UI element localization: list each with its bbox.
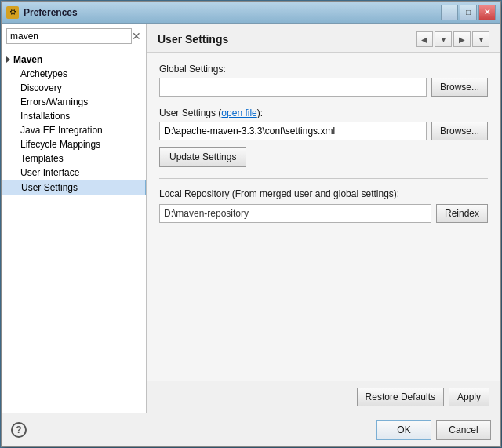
- tree-item-errors-warnings[interactable]: Errors/Warnings: [2, 95, 146, 109]
- global-settings-row: Browse...: [159, 78, 488, 97]
- panel-title: User Settings: [158, 33, 228, 46]
- window-title: Preferences: [24, 7, 441, 18]
- search-clear-button[interactable]: ✕: [132, 29, 141, 43]
- global-settings-input[interactable]: [159, 78, 427, 97]
- apply-button[interactable]: Apply: [449, 388, 489, 406]
- nav-back-button[interactable]: ◀: [416, 31, 433, 47]
- main-content: ✕ Maven Archetypes Discovery Errors/Warn…: [2, 24, 500, 413]
- search-bar: ✕: [2, 24, 146, 49]
- restore-defaults-button[interactable]: Restore Defaults: [357, 388, 444, 406]
- right-body: Global Settings: Browse... User Settings…: [147, 53, 500, 381]
- right-header: User Settings ◀ ▾ ▶ ▾: [147, 24, 500, 53]
- maximize-button[interactable]: □: [460, 5, 477, 20]
- preferences-window: ⚙ Preferences – □ ✕ ✕ Maven Archetypes: [1, 1, 501, 447]
- global-settings-label: Global Settings:: [159, 64, 488, 75]
- left-panel: ✕ Maven Archetypes Discovery Errors/Warn…: [2, 24, 147, 413]
- nav-buttons: ◀ ▾ ▶ ▾: [416, 31, 489, 47]
- bottom-actions: Restore Defaults Apply: [147, 381, 500, 413]
- tree-area: Maven Archetypes Discovery Errors/Warnin…: [2, 49, 146, 413]
- separator: [159, 178, 488, 179]
- minimize-button[interactable]: –: [441, 5, 458, 20]
- local-repo-group: Local Repository (From merged user and g…: [159, 188, 488, 223]
- window-controls: – □ ✕: [441, 5, 496, 20]
- nav-dropdown-button[interactable]: ▾: [435, 31, 452, 47]
- footer-buttons: OK Cancel: [376, 420, 491, 440]
- nav-forward-dropdown-button[interactable]: ▾: [472, 31, 489, 47]
- ok-button[interactable]: OK: [376, 420, 431, 440]
- user-settings-input[interactable]: [159, 122, 427, 140]
- tree-item-user-settings[interactable]: User Settings: [2, 180, 146, 195]
- window-icon: ⚙: [6, 6, 19, 19]
- tree-item-archetypes[interactable]: Archetypes: [2, 67, 146, 81]
- title-bar: ⚙ Preferences – □ ✕: [2, 2, 500, 24]
- reindex-button[interactable]: Reindex: [436, 204, 488, 223]
- open-file-link[interactable]: open file: [221, 107, 256, 118]
- close-button[interactable]: ✕: [478, 5, 496, 20]
- nav-forward-button[interactable]: ▶: [453, 31, 471, 47]
- tree-item-templates[interactable]: Templates: [2, 151, 146, 166]
- cancel-button[interactable]: Cancel: [436, 420, 491, 440]
- tree-item-lifecycle-mappings[interactable]: Lifecycle Mappings: [2, 137, 146, 151]
- user-settings-label: User Settings (open file):: [159, 107, 488, 118]
- tree-item-installations[interactable]: Installations: [2, 109, 146, 123]
- global-browse-button[interactable]: Browse...: [431, 78, 488, 97]
- local-repo-row: Reindex: [159, 204, 488, 223]
- search-input[interactable]: [6, 28, 132, 44]
- update-settings-button[interactable]: Update Settings: [159, 147, 246, 167]
- footer-bar: ? OK Cancel: [2, 413, 500, 446]
- tree-item-discovery[interactable]: Discovery: [2, 81, 146, 95]
- expand-icon: [6, 56, 10, 63]
- local-repo-input[interactable]: [159, 204, 431, 223]
- tree-root-maven[interactable]: Maven: [2, 53, 146, 67]
- local-repo-label: Local Repository (From merged user and g…: [159, 188, 488, 199]
- user-settings-group: User Settings (open file): Browse... Upd…: [159, 107, 488, 167]
- tree-item-java-ee-integration[interactable]: Java EE Integration: [2, 123, 146, 137]
- right-panel: User Settings ◀ ▾ ▶ ▾ Global Settings: B…: [147, 24, 500, 413]
- tree-item-user-interface[interactable]: User Interface: [2, 166, 146, 180]
- global-settings-group: Global Settings: Browse...: [159, 64, 488, 97]
- user-browse-button[interactable]: Browse...: [431, 122, 488, 140]
- user-settings-row: Browse...: [159, 122, 488, 140]
- help-icon[interactable]: ?: [11, 422, 27, 438]
